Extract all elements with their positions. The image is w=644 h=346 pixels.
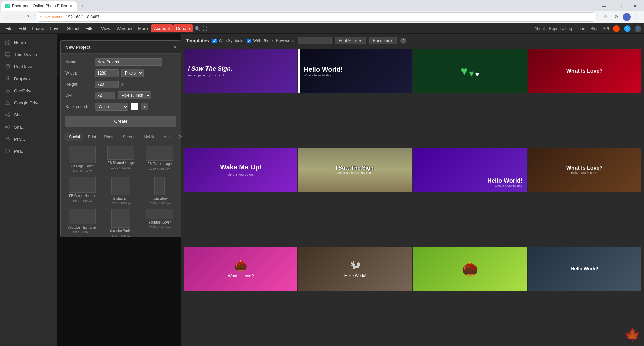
template-cell-11[interactable]: 🌰: [413, 247, 527, 291]
user-avatar[interactable]: 👤: [635, 25, 641, 32]
bookmark-button[interactable]: ☆: [601, 12, 610, 22]
dpi-input[interactable]: [95, 92, 115, 99]
menu-filter[interactable]: Filter: [83, 24, 98, 32]
cat-tab-more[interactable]: 2↑: [175, 133, 186, 141]
sidebar-item-sha1[interactable]: Sha...: [0, 109, 57, 121]
fullscreen-button[interactable]: ⛶: [202, 26, 207, 31]
tmpl-hello-world: Hello World! What a beautiful day.: [304, 66, 343, 77]
height-input[interactable]: [95, 81, 119, 88]
with-symbols-checkbox[interactable]: [212, 39, 217, 43]
sidebar-item-home[interactable]: Home: [0, 36, 57, 48]
template-cell-1[interactable]: I Saw The Sign. And it opened up my mind…: [184, 49, 297, 93]
report-bug-link[interactable]: Report a bug: [549, 26, 572, 31]
keywords-input[interactable]: [298, 37, 332, 44]
menu-file[interactable]: File: [3, 24, 15, 32]
cat-tab-screen[interactable]: Screen: [120, 133, 139, 141]
tmpl-subtext-1: And it opened up my mind!: [188, 73, 224, 77]
search-button[interactable]: 🔍: [195, 26, 200, 31]
close-tab-button[interactable]: ✕: [70, 4, 73, 8]
new-tab-button[interactable]: +: [78, 1, 87, 11]
account-button[interactable]: Account: [151, 24, 173, 32]
sidebar-item-peadrive[interactable]: PeaDrive: [0, 60, 57, 72]
preset-fb-shared-image[interactable]: FB Shared Image 1200 × 630 px: [102, 144, 139, 174]
menu-view[interactable]: View: [98, 24, 113, 32]
minimize-button[interactable]: —: [596, 1, 612, 11]
menu-layer[interactable]: Layer: [48, 24, 64, 32]
name-input[interactable]: [95, 58, 162, 66]
template-cell-8[interactable]: What Is Love? Baby, don't hurt me.: [528, 148, 641, 192]
reload-button[interactable]: ↻: [24, 12, 34, 22]
preset-fb-event-image[interactable]: FB Event Image 1920 × 1080 px: [141, 144, 178, 174]
background-color-extra-btn[interactable]: ▼: [141, 103, 148, 110]
svg-point-2: [6, 90, 10, 92]
reddit-icon[interactable]: r: [613, 25, 620, 32]
sidebar-item-sha2[interactable]: Sha...: [0, 121, 57, 133]
dialog-close-button[interactable]: ×: [173, 44, 176, 50]
cat-tab-ads[interactable]: Ads: [160, 133, 174, 141]
with-photo-checkbox[interactable]: [247, 39, 251, 43]
menu-window[interactable]: Window: [114, 24, 135, 32]
help-button[interactable]: ?: [400, 38, 406, 44]
category-tabs: Social Print Photo Screen Mobile Ads 2↑: [61, 131, 181, 143]
template-cell-3[interactable]: ♥ ♥ ♥: [413, 49, 527, 93]
template-cell-9[interactable]: 🌰 What Is Love?: [184, 247, 297, 291]
menu-select[interactable]: Select: [64, 24, 82, 32]
menu-more[interactable]: More: [135, 24, 151, 32]
background-color-swatch[interactable]: [131, 103, 138, 110]
preset-fb-group-header[interactable]: FB Group Header 1640 × 856 px: [63, 176, 101, 206]
preset-youtube-profile[interactable]: Youtube Profile 800 × 800 px: [102, 208, 139, 237]
menu-button[interactable]: ⋮: [632, 12, 641, 22]
preset-youtube-cover[interactable]: Youtube Cover 2560 × 1440 px: [141, 208, 178, 237]
randomize-button[interactable]: Randomize: [369, 37, 397, 44]
menu-image[interactable]: Image: [29, 24, 47, 32]
twitter-icon[interactable]: 𝕏: [624, 25, 631, 32]
font-filter-button[interactable]: Font Filter ▼: [335, 37, 366, 44]
sidebar-item-pea[interactable]: Pea...: [0, 145, 57, 157]
preset-youtube-thumbnail[interactable]: Youtube Thumbnail 1280 × 720 px: [63, 208, 101, 237]
sidebar-item-onedrive[interactable]: OneDrive: [0, 85, 57, 97]
cat-tab-mobile[interactable]: Mobile: [140, 133, 159, 141]
cat-tab-photo[interactable]: Photo: [101, 133, 118, 141]
maximize-button[interactable]: ⬜: [612, 1, 627, 11]
width-unit-select[interactable]: Pixels: [121, 69, 144, 77]
donate-button[interactable]: Donate: [173, 24, 193, 32]
create-button[interactable]: Create: [65, 116, 176, 127]
template-cell-6[interactable]: I Saw The Sign. And it opened up my mind…: [298, 148, 412, 192]
sidebar-item-google-drive[interactable]: Google Drive: [0, 97, 57, 109]
background-select[interactable]: White Black Transparent: [95, 103, 128, 111]
template-cell-5[interactable]: Wake Me Up! Before you go go.: [184, 148, 297, 192]
api-link[interactable]: API: [603, 26, 609, 31]
template-cell-12[interactable]: Hello World!: [528, 247, 641, 291]
back-button[interactable]: ←: [3, 12, 12, 22]
tmpl-wil-pink: What Is Love?: [228, 274, 254, 278]
sidebar-item-priv[interactable]: Priv...: [0, 133, 57, 145]
forward-button[interactable]: →: [13, 12, 23, 22]
learn-link[interactable]: Learn: [576, 26, 587, 31]
about-link[interactable]: About: [534, 26, 545, 31]
sidebar-item-this-device[interactable]: This Device: [0, 48, 57, 60]
preset-fb-page-cover[interactable]: FB Page Cover 1640 × 664 px: [63, 144, 101, 174]
blog-link[interactable]: Blog: [591, 26, 599, 31]
profile-button[interactable]: 👤: [623, 13, 631, 21]
template-cell-10[interactable]: 🐿 Hello World!: [298, 247, 412, 291]
close-window-button[interactable]: ✕: [627, 1, 643, 11]
with-photo-filter: With Photo: [247, 38, 273, 43]
browser-chrome: P Photopea | Online Photo Editor ✕ + — ⬜…: [0, 0, 644, 23]
dpi-unit-select[interactable]: Pixels / Inch: [118, 91, 151, 99]
tmpl-wake-me-up: Wake Me Up!: [220, 163, 262, 171]
template-cell-7[interactable]: Hello World! What a beautiful day.: [413, 148, 527, 192]
height-row: Height: it: [65, 81, 176, 88]
extensions-button[interactable]: ⚙: [612, 12, 621, 22]
menu-edit[interactable]: Edit: [16, 24, 29, 32]
preset-instagram[interactable]: Instagram 1080 × 1080 px: [102, 176, 139, 206]
template-cell-4[interactable]: What Is Love?: [528, 49, 641, 93]
browser-tab[interactable]: P Photopea | Online Photo Editor ✕: [1, 1, 77, 11]
preset-insta-story[interactable]: Insta Story 1080 × 1920 px: [141, 176, 178, 206]
cat-tab-print[interactable]: Print: [85, 133, 100, 141]
share1-icon: [5, 112, 11, 118]
address-bar[interactable]: ⚠ Not secure 192.168.1.18:8487: [35, 12, 597, 22]
template-cell-2[interactable]: Hello World! What a beautiful day.: [298, 49, 412, 93]
cat-tab-social[interactable]: Social: [65, 133, 83, 141]
width-input[interactable]: [95, 69, 119, 77]
sidebar-item-dropbox[interactable]: Dropbox: [0, 72, 57, 85]
